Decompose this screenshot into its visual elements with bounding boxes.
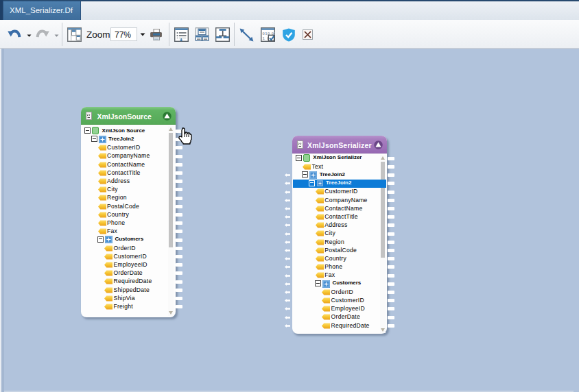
svg-text:010 01: 010 01 <box>263 32 275 36</box>
